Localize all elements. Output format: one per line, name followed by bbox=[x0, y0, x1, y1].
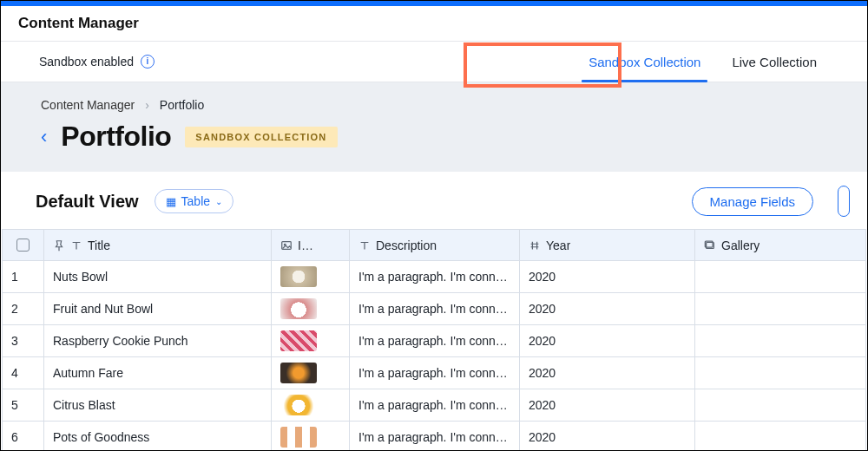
cell-image[interactable] bbox=[272, 357, 350, 389]
cell-year[interactable]: 2020 bbox=[520, 293, 695, 325]
info-icon[interactable]: i bbox=[141, 55, 155, 69]
header-checkbox-cell bbox=[3, 230, 44, 261]
cell-description[interactable]: I'm a paragraph. I'm conn… bbox=[350, 357, 520, 389]
cell-description[interactable]: I'm a paragraph. I'm conn… bbox=[350, 261, 520, 293]
view-name: Default View bbox=[36, 192, 139, 212]
collection-tabs: Sandbox Collection Live Collection bbox=[573, 42, 867, 82]
header-bar: Content Manager bbox=[1, 6, 867, 41]
thumbnail bbox=[280, 266, 317, 287]
view-mode-dropdown[interactable]: ▦ Table ⌄ bbox=[155, 189, 233, 213]
cell-description[interactable]: I'm a paragraph. I'm conn… bbox=[350, 325, 520, 357]
chevron-right-icon: › bbox=[145, 98, 149, 112]
cell-image[interactable] bbox=[272, 261, 350, 293]
header-gallery-label: Gallery bbox=[721, 239, 760, 252]
cell-year[interactable]: 2020 bbox=[520, 422, 695, 452]
breadcrumb-current: Portfolio bbox=[160, 98, 204, 112]
tab-sandbox-label: Sandbox Collection bbox=[589, 55, 700, 69]
header-title-label: Title bbox=[88, 239, 110, 252]
cell-gallery[interactable] bbox=[695, 422, 866, 452]
app-title: Content Manager bbox=[18, 15, 139, 32]
table-icon: ▦ bbox=[166, 195, 176, 208]
cell-description[interactable]: I'm a paragraph. I'm conn… bbox=[350, 422, 520, 452]
cell-year[interactable]: 2020 bbox=[520, 261, 695, 293]
cell-gallery[interactable] bbox=[695, 357, 866, 389]
cell-year[interactable]: 2020 bbox=[520, 325, 695, 357]
subheader: Sandbox enabled i Sandbox Collection Liv… bbox=[1, 41, 867, 82]
cell-year[interactable]: 2020 bbox=[520, 357, 695, 389]
thumbnail bbox=[280, 427, 317, 448]
row-number: 1 bbox=[3, 261, 44, 293]
cell-image[interactable] bbox=[272, 389, 350, 422]
header-description-label: Description bbox=[376, 239, 437, 252]
cell-title[interactable]: Raspberry Cookie Punch bbox=[44, 325, 272, 357]
sandbox-enabled-label: Sandbox enabled bbox=[39, 55, 134, 69]
row-number: 4 bbox=[3, 357, 44, 389]
table-row[interactable]: 4Autumn FareI'm a paragraph. I'm conn…20… bbox=[3, 357, 866, 389]
manage-fields-label: Manage Fields bbox=[710, 194, 795, 209]
header-gallery[interactable]: Gallery bbox=[695, 230, 866, 261]
overflow-button[interactable] bbox=[838, 186, 850, 217]
text-icon bbox=[70, 239, 82, 252]
table-row[interactable]: 2Fruit and Nut BowlI'm a paragraph. I'm … bbox=[3, 293, 866, 325]
cell-image[interactable] bbox=[272, 325, 350, 357]
view-toolbar: Default View ▦ Table ⌄ Manage Fields bbox=[1, 172, 867, 229]
row-number: 5 bbox=[3, 389, 44, 422]
data-table: Title I… Description Year bbox=[2, 229, 866, 451]
select-all-checkbox[interactable] bbox=[16, 239, 30, 252]
page-title: Portfolio bbox=[61, 121, 171, 153]
cell-gallery[interactable] bbox=[695, 389, 866, 422]
row-number: 2 bbox=[3, 293, 44, 325]
header-title[interactable]: Title bbox=[44, 230, 272, 261]
number-icon bbox=[529, 239, 541, 252]
header-year-label: Year bbox=[546, 239, 570, 252]
thumbnail bbox=[280, 395, 317, 415]
cell-title[interactable]: Nuts Bowl bbox=[44, 261, 272, 293]
header-year[interactable]: Year bbox=[520, 230, 695, 261]
cell-title[interactable]: Fruit and Nut Bowl bbox=[44, 293, 272, 325]
page-header-area: Content Manager › Portfolio ‹ Portfolio … bbox=[1, 82, 867, 172]
header-image[interactable]: I… bbox=[272, 230, 350, 261]
header-image-label: I… bbox=[298, 239, 313, 252]
cell-title[interactable]: Citrus Blast bbox=[44, 389, 272, 422]
table-row[interactable]: 6Pots of GoodnessI'm a paragraph. I'm co… bbox=[3, 422, 866, 452]
cell-gallery[interactable] bbox=[695, 293, 866, 325]
gallery-icon bbox=[704, 239, 716, 252]
view-mode-label: Table bbox=[181, 194, 210, 208]
table-row[interactable]: 3Raspberry Cookie PunchI'm a paragraph. … bbox=[3, 325, 866, 357]
title-row: ‹ Portfolio SANDBOX COLLECTION bbox=[18, 121, 850, 153]
sandbox-status: Sandbox enabled i bbox=[1, 55, 155, 69]
cell-image[interactable] bbox=[272, 422, 350, 452]
sandbox-collection-badge: SANDBOX COLLECTION bbox=[185, 127, 337, 147]
header-description[interactable]: Description bbox=[350, 230, 520, 261]
row-number: 6 bbox=[3, 422, 44, 452]
table-header-row: Title I… Description Year bbox=[3, 230, 866, 261]
breadcrumb: Content Manager › Portfolio bbox=[18, 98, 850, 112]
back-chevron-icon[interactable]: ‹ bbox=[41, 126, 47, 148]
manage-fields-button[interactable]: Manage Fields bbox=[692, 187, 813, 216]
cell-gallery[interactable] bbox=[695, 261, 866, 293]
breadcrumb-root[interactable]: Content Manager bbox=[41, 98, 135, 112]
tab-live-collection[interactable]: Live Collection bbox=[716, 42, 832, 82]
cell-description[interactable]: I'm a paragraph. I'm conn… bbox=[350, 293, 520, 325]
table-row[interactable]: 5Citrus BlastI'm a paragraph. I'm conn…2… bbox=[3, 389, 866, 422]
cell-title[interactable]: Pots of Goodness bbox=[44, 422, 272, 452]
cell-year[interactable]: 2020 bbox=[520, 389, 695, 422]
chevron-down-icon: ⌄ bbox=[215, 197, 222, 206]
thumbnail bbox=[280, 298, 317, 319]
cell-description[interactable]: I'm a paragraph. I'm conn… bbox=[350, 389, 520, 422]
cell-gallery[interactable] bbox=[695, 325, 866, 357]
cell-image[interactable] bbox=[272, 293, 350, 325]
tab-live-label: Live Collection bbox=[732, 55, 817, 69]
thumbnail bbox=[280, 363, 317, 383]
image-icon bbox=[280, 239, 293, 252]
row-number: 3 bbox=[3, 325, 44, 357]
table-row[interactable]: 1Nuts BowlI'm a paragraph. I'm conn…2020 bbox=[3, 261, 866, 293]
text-icon bbox=[358, 239, 371, 252]
pin-icon bbox=[53, 239, 65, 252]
thumbnail bbox=[280, 330, 317, 351]
tab-sandbox-collection[interactable]: Sandbox Collection bbox=[573, 42, 716, 82]
cell-title[interactable]: Autumn Fare bbox=[44, 357, 272, 389]
